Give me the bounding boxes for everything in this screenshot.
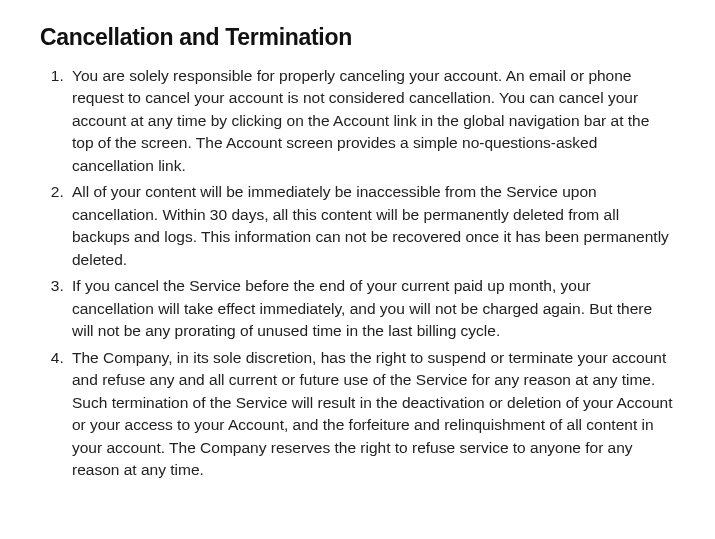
terms-list: You are solely responsible for properly …	[40, 65, 675, 481]
list-item: You are solely responsible for properly …	[68, 65, 675, 177]
list-item: All of your content will be immediately …	[68, 181, 675, 271]
list-item: The Company, in its sole discretion, has…	[68, 347, 675, 482]
list-item: If you cancel the Service before the end…	[68, 275, 675, 342]
section-heading: Cancellation and Termination	[40, 24, 675, 51]
